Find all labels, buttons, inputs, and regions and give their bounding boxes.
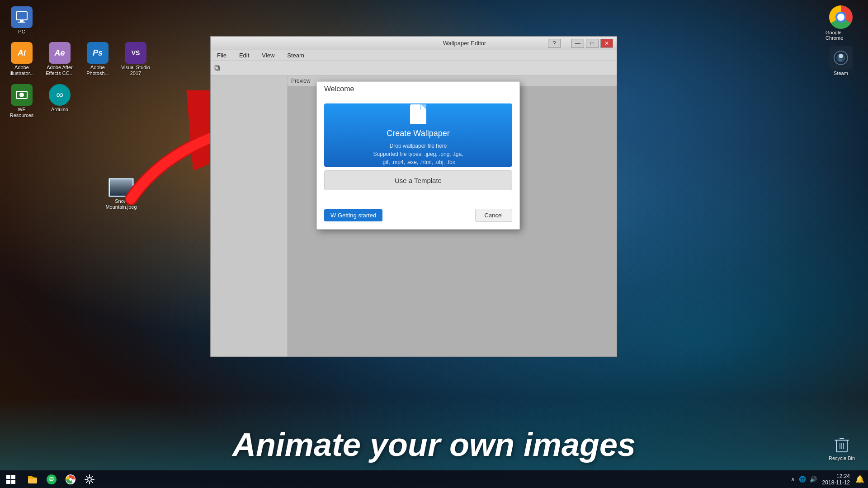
close-button[interactable]: ✕ <box>600 39 613 48</box>
illustrator-label: Adobe Illustrator... <box>6 65 37 76</box>
cancel-label: Cancel <box>485 212 503 219</box>
use-template-button[interactable]: Use a Template <box>324 170 512 190</box>
use-template-label: Use a Template <box>395 177 442 184</box>
create-wallpaper-subtitle3: .gif, .mp4, .exe, .html, .obj, .fbx <box>381 158 455 166</box>
editor-title-controls: ? — □ ✕ <box>548 39 613 48</box>
desktop-icon-aftereffects[interactable]: Ae Adobe After Effects CC... <box>42 40 77 78</box>
create-wallpaper-subtitle1: Drop wallpaper file here <box>390 142 447 150</box>
notification-bell[interactable]: 🔔 <box>855 475 864 483</box>
date-display: 2018-11-12 <box>822 479 850 486</box>
desktop-icons-area: PC Ai Adobe Illustrator... Ae Adobe Afte… <box>5 5 153 120</box>
tray-chrome-icon[interactable]: Google Chrome <box>824 4 858 42</box>
help-button[interactable]: ? <box>548 39 561 48</box>
dialog-body: Create Wallpaper Drop wallpaper file her… <box>317 96 519 203</box>
welcome-dialog: Welcome Create Wallpaper Drop wallpaper … <box>316 81 520 230</box>
maximize-button[interactable]: □ <box>586 39 599 48</box>
dialog-footer: W Getting started Cancel <box>317 205 519 229</box>
file-thumbnail <box>108 178 134 197</box>
vs-label: Visual Studio 2017 <box>120 65 151 76</box>
desktop-file-snow-mountain[interactable]: Snow Mountain.jpeg <box>104 176 138 212</box>
create-wallpaper-subtitle2: Supported file types: .jpeg, .png, .tga, <box>373 150 463 158</box>
svg-rect-2 <box>18 22 25 23</box>
taskbar: ∧ 🌐 🔊 12:24 2018-11-12 🔔 <box>0 470 868 488</box>
editor-sidebar <box>211 75 288 357</box>
desktop-icon-arduino[interactable]: ∞ Arduino <box>42 82 77 120</box>
svg-point-19 <box>69 478 72 481</box>
taskbar-spotify[interactable] <box>42 470 61 488</box>
minimize-button[interactable]: — <box>571 39 584 48</box>
preview-tab-label: Preview <box>291 78 311 84</box>
taskbar-clock[interactable]: 12:24 2018-11-12 <box>819 473 854 486</box>
photoshop-label: Adobe Photosh... <box>82 65 113 76</box>
desktop-icon-illustrator[interactable]: Ai Adobe Illustrator... <box>5 40 39 78</box>
recycle-bin-symbol <box>830 432 854 455</box>
recycle-bin-label: Recycle Bin <box>829 455 855 461</box>
editor-toolbar: ⧉ <box>211 61 617 75</box>
steam-label: Steam <box>834 70 848 76</box>
desktop-icon-vs[interactable]: VS Visual Studio 2017 <box>118 40 153 78</box>
cancel-button[interactable]: Cancel <box>475 209 512 222</box>
taskbar-chrome[interactable] <box>61 470 80 488</box>
weresources-label: WE Resources <box>6 107 37 118</box>
editor-titlebar: Wallpaper Editor ? — □ ✕ <box>211 37 617 50</box>
taskbar-right: ∧ 🌐 🔊 12:24 2018-11-12 🔔 <box>791 473 868 486</box>
tray-up-arrow[interactable]: ∧ <box>791 476 795 483</box>
getting-started-label: W Getting started <box>330 212 376 219</box>
menu-view[interactable]: View <box>259 51 277 60</box>
menu-file[interactable]: File <box>214 51 229 60</box>
aftereffects-label: Adobe After Effects CC... <box>44 65 75 76</box>
svg-rect-1 <box>20 20 24 22</box>
menu-steam[interactable]: Steam <box>284 51 307 60</box>
editor-menubar: File Edit View Steam <box>211 50 617 61</box>
create-wallpaper-button[interactable]: Create Wallpaper Drop wallpaper file her… <box>324 103 512 167</box>
svg-point-4 <box>19 93 24 97</box>
dialog-title: Welcome <box>324 85 354 93</box>
svg-rect-0 <box>16 12 27 20</box>
menu-edit[interactable]: Edit <box>236 51 252 60</box>
tray-steam-icon[interactable]: Steam <box>824 44 858 78</box>
svg-point-20 <box>88 478 91 481</box>
svg-point-8 <box>839 54 843 58</box>
taskbar-pinned-icons <box>22 470 100 488</box>
tray-icons: ∧ 🌐 🔊 <box>791 476 817 483</box>
taskbar-settings[interactable] <box>80 470 99 488</box>
tray-network[interactable]: 🌐 <box>799 476 806 483</box>
taskbar-file-explorer[interactable] <box>24 470 42 488</box>
tray-icons-area: Google Chrome Steam <box>814 0 868 90</box>
chrome-label: Google Chrome <box>826 30 856 41</box>
file-label: Snow Mountain.jpeg <box>105 198 137 210</box>
file-icon <box>410 104 426 124</box>
time-display: 12:24 <box>822 473 850 479</box>
create-wallpaper-title: Create Wallpaper <box>387 129 449 138</box>
editor-title: Wallpaper Editor <box>381 40 548 47</box>
desktop-icon-weresources[interactable]: WE Resources <box>5 82 39 120</box>
getting-started-button[interactable]: W Getting started <box>324 209 382 221</box>
arduino-label: Arduino <box>51 107 68 113</box>
desktop-icon-pc[interactable]: PC <box>5 5 39 37</box>
desktop-icon-photoshop[interactable]: Ps Adobe Photosh... <box>80 40 115 78</box>
tray-volume[interactable]: 🔊 <box>810 476 817 483</box>
toolbar-icon[interactable]: ⧉ <box>214 63 220 73</box>
recycle-bin-icon[interactable]: Recycle Bin <box>825 430 859 463</box>
dialog-titlebar: Welcome <box>317 82 519 96</box>
windows-logo <box>6 475 15 484</box>
svg-point-16 <box>47 474 57 484</box>
start-button[interactable] <box>0 470 22 488</box>
pc-icon-label: PC <box>18 29 25 35</box>
